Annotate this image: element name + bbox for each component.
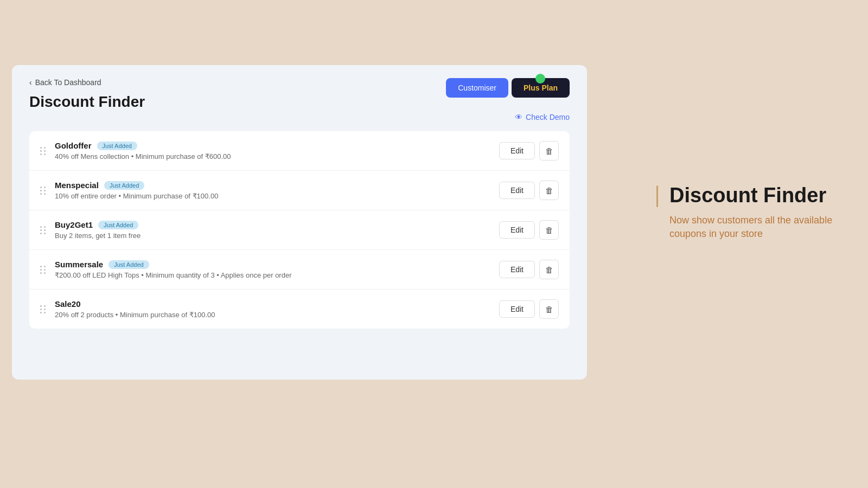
check-demo-link[interactable]: 👁 Check Demo bbox=[515, 113, 570, 121]
discount-description: 40% off Mens collection • Minimum purcha… bbox=[55, 152, 499, 160]
discount-actions: Edit🗑 bbox=[499, 220, 559, 240]
discount-info: MenspecialJust Added10% off entire order… bbox=[55, 181, 499, 200]
discount-info: Sale2020% off 2 products • Minimum purch… bbox=[55, 299, 499, 319]
drag-handle-icon[interactable] bbox=[40, 147, 46, 155]
just-added-badge: Just Added bbox=[98, 221, 138, 229]
drag-handle-icon[interactable] bbox=[40, 226, 46, 234]
back-arrow-icon: ‹ bbox=[29, 78, 32, 87]
discount-name: Menspecial bbox=[55, 181, 99, 190]
discount-actions: Edit🗑 bbox=[499, 141, 559, 160]
discount-info: SummersaleJust Added₹200.00 off LED High… bbox=[55, 260, 499, 279]
trash-icon: 🗑 bbox=[545, 305, 553, 314]
edit-button[interactable]: Edit bbox=[499, 261, 535, 278]
discount-info: Buy2Get1Just AddedBuy 2 items, get 1 ite… bbox=[55, 220, 499, 240]
just-added-badge: Just Added bbox=[108, 260, 149, 269]
right-panel-title: Discount Finder bbox=[669, 184, 868, 207]
customiser-button[interactable]: Customiser bbox=[446, 78, 508, 98]
right-panel: Discount Finder Now show customers all t… bbox=[662, 184, 868, 241]
discount-actions: Edit🗑 bbox=[499, 260, 559, 279]
plus-plan-button[interactable]: Plus Plan bbox=[512, 78, 570, 98]
discount-row: Sale2020% off 2 products • Minimum purch… bbox=[29, 290, 570, 329]
delete-button[interactable]: 🗑 bbox=[539, 260, 559, 279]
check-demo-row: 👁 Check Demo bbox=[29, 113, 570, 121]
discounts-list: GoldofferJust Added40% off Mens collecti… bbox=[29, 131, 570, 329]
vertical-bar-decoration bbox=[656, 185, 658, 207]
drag-handle-icon[interactable] bbox=[40, 266, 46, 274]
discount-description: 20% off 2 products • Minimum purchase of… bbox=[55, 311, 499, 319]
drag-handle-icon[interactable] bbox=[40, 187, 46, 195]
edit-button[interactable]: Edit bbox=[499, 142, 535, 159]
discount-row: MenspecialJust Added10% off entire order… bbox=[29, 171, 570, 210]
edit-button[interactable]: Edit bbox=[499, 182, 535, 199]
discount-description: 10% off entire order • Minimum purchase … bbox=[55, 192, 499, 200]
edit-button[interactable]: Edit bbox=[499, 300, 535, 318]
just-added-badge: Just Added bbox=[104, 181, 144, 190]
discount-name: Goldoffer bbox=[55, 141, 92, 150]
back-link-label: Back To Dashboard bbox=[35, 78, 101, 87]
just-added-badge: Just Added bbox=[97, 142, 137, 150]
trash-icon: 🗑 bbox=[545, 265, 553, 274]
discount-actions: Edit🗑 bbox=[499, 299, 559, 319]
discount-description: Buy 2 items, get 1 item free bbox=[55, 232, 499, 240]
trash-icon: 🗑 bbox=[545, 226, 553, 235]
delete-button[interactable]: 🗑 bbox=[539, 220, 559, 240]
trash-icon: 🗑 bbox=[545, 146, 553, 156]
discount-row: SummersaleJust Added₹200.00 off LED High… bbox=[29, 250, 570, 290]
check-demo-label: Check Demo bbox=[526, 113, 570, 121]
discount-name: Sale20 bbox=[55, 299, 81, 309]
delete-button[interactable]: 🗑 bbox=[539, 181, 559, 200]
discount-name: Buy2Get1 bbox=[55, 220, 93, 229]
green-dot-indicator bbox=[535, 74, 545, 84]
delete-button[interactable]: 🗑 bbox=[539, 141, 559, 160]
main-panel: ‹ Back To Dashboard Customiser Plus Plan… bbox=[12, 65, 587, 380]
eye-icon: 👁 bbox=[515, 113, 522, 121]
discount-actions: Edit🗑 bbox=[499, 181, 559, 200]
edit-button[interactable]: Edit bbox=[499, 221, 535, 239]
drag-handle-icon[interactable] bbox=[40, 305, 46, 313]
discount-description: ₹200.00 off LED High Tops • Minimum quan… bbox=[55, 271, 499, 279]
trash-icon: 🗑 bbox=[545, 186, 553, 195]
discount-info: GoldofferJust Added40% off Mens collecti… bbox=[55, 141, 499, 160]
discount-row: GoldofferJust Added40% off Mens collecti… bbox=[29, 131, 570, 171]
right-panel-subtitle: Now show customers all the available cou… bbox=[669, 214, 868, 241]
delete-button[interactable]: 🗑 bbox=[539, 299, 559, 319]
discount-name: Summersale bbox=[55, 260, 103, 269]
discount-row: Buy2Get1Just AddedBuy 2 items, get 1 ite… bbox=[29, 210, 570, 250]
top-buttons-group: Customiser Plus Plan bbox=[446, 78, 570, 98]
